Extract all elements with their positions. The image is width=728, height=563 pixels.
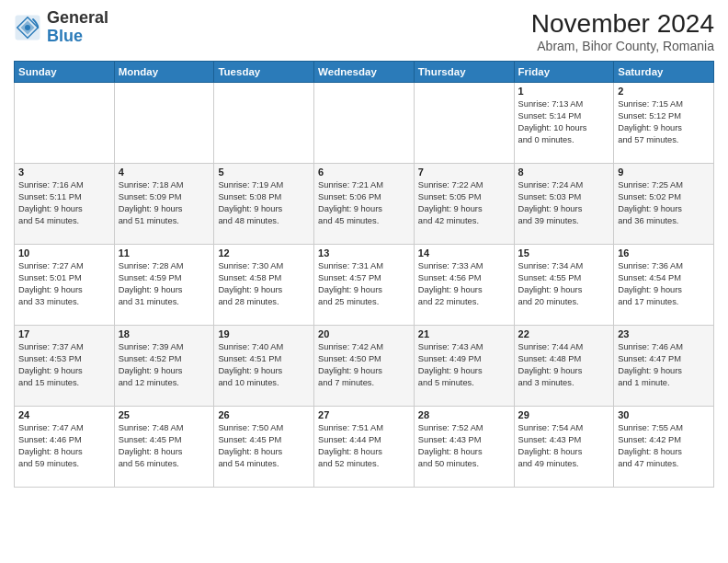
day-info: Sunrise: 7:27 AM Sunset: 5:01 PM Dayligh… [18, 260, 110, 308]
day-number: 3 [18, 167, 110, 178]
day-cell-4-3: 27Sunrise: 7:51 AM Sunset: 4:44 PM Dayli… [314, 407, 415, 488]
day-cell-2-5: 15Sunrise: 7:34 AM Sunset: 4:55 PM Dayli… [514, 245, 614, 326]
week-row-3: 10Sunrise: 7:27 AM Sunset: 5:01 PM Dayli… [15, 245, 714, 326]
logo-blue: Blue [47, 27, 83, 45]
day-cell-0-1 [114, 83, 214, 164]
day-cell-2-3: 13Sunrise: 7:31 AM Sunset: 4:57 PM Dayli… [314, 245, 415, 326]
day-info: Sunrise: 7:21 AM Sunset: 5:06 PM Dayligh… [318, 179, 410, 227]
day-number: 27 [318, 409, 410, 420]
day-cell-1-6: 9Sunrise: 7:25 AM Sunset: 5:02 PM Daylig… [614, 164, 714, 245]
day-cell-2-6: 16Sunrise: 7:36 AM Sunset: 4:54 PM Dayli… [614, 245, 714, 326]
day-info: Sunrise: 7:37 AM Sunset: 4:53 PM Dayligh… [18, 341, 110, 389]
day-cell-4-0: 24Sunrise: 7:47 AM Sunset: 4:46 PM Dayli… [15, 407, 115, 488]
day-cell-0-4 [414, 83, 514, 164]
day-number: 22 [518, 328, 610, 339]
day-cell-0-0 [15, 83, 115, 164]
day-number: 28 [418, 409, 510, 420]
day-number: 19 [218, 328, 310, 339]
logo: General Blue [14, 9, 108, 46]
weekday-header-row: Sunday Monday Tuesday Wednesday Thursday… [15, 62, 714, 83]
day-info: Sunrise: 7:15 AM Sunset: 5:12 PM Dayligh… [618, 98, 710, 146]
header-friday: Friday [514, 62, 614, 83]
header-sunday: Sunday [15, 62, 115, 83]
day-cell-4-4: 28Sunrise: 7:52 AM Sunset: 4:43 PM Dayli… [414, 407, 514, 488]
day-info: Sunrise: 7:48 AM Sunset: 4:45 PM Dayligh… [119, 422, 210, 470]
day-info: Sunrise: 7:28 AM Sunset: 4:59 PM Dayligh… [119, 260, 210, 308]
day-number: 29 [518, 409, 610, 420]
day-number: 1 [518, 86, 610, 97]
day-cell-4-1: 25Sunrise: 7:48 AM Sunset: 4:45 PM Dayli… [114, 407, 214, 488]
day-info: Sunrise: 7:30 AM Sunset: 4:58 PM Dayligh… [218, 260, 310, 308]
day-number: 21 [418, 328, 510, 339]
header-saturday: Saturday [614, 62, 714, 83]
day-info: Sunrise: 7:47 AM Sunset: 4:46 PM Dayligh… [18, 422, 110, 470]
day-info: Sunrise: 7:13 AM Sunset: 5:14 PM Dayligh… [518, 98, 610, 146]
day-cell-3-3: 20Sunrise: 7:42 AM Sunset: 4:50 PM Dayli… [314, 326, 415, 407]
day-number: 7 [418, 167, 510, 178]
day-number: 15 [518, 247, 610, 259]
logo-general: General [47, 8, 108, 27]
day-number: 20 [318, 328, 410, 339]
day-cell-1-3: 6Sunrise: 7:21 AM Sunset: 5:06 PM Daylig… [314, 164, 415, 245]
day-info: Sunrise: 7:50 AM Sunset: 4:45 PM Dayligh… [218, 422, 310, 470]
day-cell-0-3 [314, 83, 415, 164]
day-info: Sunrise: 7:24 AM Sunset: 5:03 PM Dayligh… [518, 179, 610, 227]
day-number: 17 [18, 328, 110, 339]
day-cell-1-5: 8Sunrise: 7:24 AM Sunset: 5:03 PM Daylig… [514, 164, 614, 245]
day-number: 24 [18, 409, 110, 420]
day-cell-0-5: 1Sunrise: 7:13 AM Sunset: 5:14 PM Daylig… [514, 83, 614, 164]
day-cell-0-6: 2Sunrise: 7:15 AM Sunset: 5:12 PM Daylig… [614, 83, 714, 164]
day-cell-1-1: 4Sunrise: 7:18 AM Sunset: 5:09 PM Daylig… [114, 164, 214, 245]
month-title: November 2024 [531, 9, 714, 39]
day-number: 30 [618, 409, 710, 420]
day-number: 4 [119, 167, 210, 178]
day-info: Sunrise: 7:34 AM Sunset: 4:55 PM Dayligh… [518, 260, 610, 308]
logo-text: General Blue [47, 9, 108, 46]
day-number: 23 [618, 328, 710, 339]
header-tuesday: Tuesday [214, 62, 314, 83]
day-number: 11 [119, 247, 210, 259]
calendar-table: Sunday Monday Tuesday Wednesday Thursday… [14, 61, 714, 488]
day-cell-3-1: 18Sunrise: 7:39 AM Sunset: 4:52 PM Dayli… [114, 326, 214, 407]
day-info: Sunrise: 7:18 AM Sunset: 5:09 PM Dayligh… [119, 179, 210, 227]
day-info: Sunrise: 7:55 AM Sunset: 4:42 PM Dayligh… [618, 422, 710, 470]
day-cell-1-2: 5Sunrise: 7:19 AM Sunset: 5:08 PM Daylig… [214, 164, 314, 245]
day-number: 18 [119, 328, 210, 339]
location-subtitle: Abram, Bihor County, Romania [531, 39, 714, 53]
day-info: Sunrise: 7:31 AM Sunset: 4:57 PM Dayligh… [318, 260, 410, 308]
day-number: 6 [318, 167, 410, 178]
day-cell-2-2: 12Sunrise: 7:30 AM Sunset: 4:58 PM Dayli… [214, 245, 314, 326]
day-cell-3-0: 17Sunrise: 7:37 AM Sunset: 4:53 PM Dayli… [15, 326, 115, 407]
day-number: 16 [618, 247, 710, 259]
day-cell-0-2 [214, 83, 314, 164]
day-cell-3-2: 19Sunrise: 7:40 AM Sunset: 4:51 PM Dayli… [214, 326, 314, 407]
page: General Blue November 2024 Abram, Bihor … [0, 0, 728, 563]
day-info: Sunrise: 7:43 AM Sunset: 4:49 PM Dayligh… [418, 341, 510, 389]
day-number: 9 [618, 167, 710, 178]
week-row-4: 17Sunrise: 7:37 AM Sunset: 4:53 PM Dayli… [15, 326, 714, 407]
day-info: Sunrise: 7:54 AM Sunset: 4:43 PM Dayligh… [518, 422, 610, 470]
week-row-2: 3Sunrise: 7:16 AM Sunset: 5:11 PM Daylig… [15, 164, 714, 245]
header-monday: Monday [114, 62, 214, 83]
day-cell-2-4: 14Sunrise: 7:33 AM Sunset: 4:56 PM Dayli… [414, 245, 514, 326]
day-info: Sunrise: 7:16 AM Sunset: 5:11 PM Dayligh… [18, 179, 110, 227]
day-info: Sunrise: 7:22 AM Sunset: 5:05 PM Dayligh… [418, 179, 510, 227]
day-number: 26 [218, 409, 310, 420]
day-cell-1-0: 3Sunrise: 7:16 AM Sunset: 5:11 PM Daylig… [15, 164, 115, 245]
day-cell-4-2: 26Sunrise: 7:50 AM Sunset: 4:45 PM Dayli… [214, 407, 314, 488]
day-cell-3-6: 23Sunrise: 7:46 AM Sunset: 4:47 PM Dayli… [614, 326, 714, 407]
day-cell-4-5: 29Sunrise: 7:54 AM Sunset: 4:43 PM Dayli… [514, 407, 614, 488]
title-block: November 2024 Abram, Bihor County, Roman… [531, 9, 714, 53]
day-info: Sunrise: 7:36 AM Sunset: 4:54 PM Dayligh… [618, 260, 710, 308]
header: General Blue November 2024 Abram, Bihor … [14, 9, 714, 53]
day-number: 10 [18, 247, 110, 259]
day-cell-1-4: 7Sunrise: 7:22 AM Sunset: 5:05 PM Daylig… [414, 164, 514, 245]
day-number: 13 [318, 247, 410, 259]
header-wednesday: Wednesday [314, 62, 415, 83]
day-info: Sunrise: 7:44 AM Sunset: 4:48 PM Dayligh… [518, 341, 610, 389]
day-cell-2-0: 10Sunrise: 7:27 AM Sunset: 5:01 PM Dayli… [15, 245, 115, 326]
day-info: Sunrise: 7:51 AM Sunset: 4:44 PM Dayligh… [318, 422, 410, 470]
logo-icon [14, 14, 41, 41]
day-info: Sunrise: 7:19 AM Sunset: 5:08 PM Dayligh… [218, 179, 310, 227]
day-info: Sunrise: 7:52 AM Sunset: 4:43 PM Dayligh… [418, 422, 510, 470]
